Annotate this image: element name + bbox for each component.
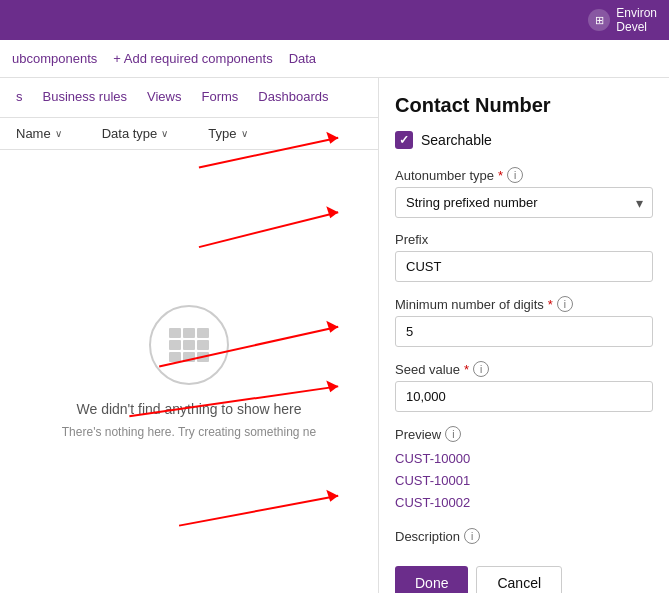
seed-field-group: Seed value * i (395, 361, 653, 412)
min-digits-info-icon[interactable]: i (557, 296, 573, 312)
autonumber-label: Autonumber type * i (395, 167, 653, 183)
searchable-label: Searchable (421, 132, 492, 148)
empty-subtitle: There's nothing here. Try creating somet… (62, 425, 316, 439)
main-layout: s Business rules Views Forms Dashboards … (0, 78, 669, 593)
done-button[interactable]: Done (395, 566, 468, 593)
prefix-label: Prefix (395, 232, 653, 247)
tab-s[interactable]: s (16, 89, 23, 106)
cancel-button[interactable]: Cancel (476, 566, 562, 593)
autonumber-info-icon[interactable]: i (507, 167, 523, 183)
tab-forms[interactable]: Forms (202, 89, 239, 106)
prefix-field-group: Prefix (395, 232, 653, 282)
autonumber-required-marker: * (498, 168, 503, 183)
seed-label: Seed value * i (395, 361, 653, 377)
table-header: Name ∨ Data type ∨ Type ∨ (0, 118, 378, 150)
nav-tabs: s Business rules Views Forms Dashboards (0, 78, 378, 118)
min-digits-required-marker: * (548, 297, 553, 312)
right-panel: Contact Number Searchable Autonumber typ… (379, 78, 669, 593)
table-placeholder-icon (149, 305, 229, 385)
autonumber-field-group: Autonumber type * i String prefixed numb… (395, 167, 653, 218)
tab-business-rules[interactable]: Business rules (43, 89, 128, 106)
action-buttons: Done Cancel (395, 558, 653, 593)
preview-label: Preview i (395, 426, 653, 442)
top-bar: ⊞ Environ Devel (0, 0, 669, 40)
preview-item-0: CUST-10000 (395, 448, 653, 470)
chevron-down-icon: ∨ (161, 128, 168, 139)
panel-title: Contact Number (395, 94, 653, 117)
empty-state: We didn't find anything to show here The… (0, 150, 378, 593)
add-required-components-button[interactable]: + Add required components (113, 51, 272, 66)
searchable-row: Searchable (395, 131, 653, 149)
description-label: Description i (395, 528, 653, 544)
preview-info-icon[interactable]: i (445, 426, 461, 442)
empty-title: We didn't find anything to show here (77, 401, 302, 417)
prefix-input[interactable] (395, 251, 653, 282)
min-digits-input[interactable] (395, 316, 653, 347)
env-icon: ⊞ (588, 9, 610, 31)
left-panel: s Business rules Views Forms Dashboards … (0, 78, 379, 593)
seed-input[interactable] (395, 381, 653, 412)
preview-item-2: CUST-10002 (395, 492, 653, 514)
data-item[interactable]: Data (289, 51, 316, 66)
autonumber-select[interactable]: String prefixed number Date prefixed num… (395, 187, 653, 218)
autonumber-select-wrapper: String prefixed number Date prefixed num… (395, 187, 653, 218)
tab-views[interactable]: Views (147, 89, 181, 106)
seed-info-icon[interactable]: i (473, 361, 489, 377)
env-label: Environ (616, 6, 657, 20)
chevron-down-icon: ∨ (55, 128, 62, 139)
tab-dashboards[interactable]: Dashboards (258, 89, 328, 106)
searchable-checkbox[interactable] (395, 131, 413, 149)
col-data-type[interactable]: Data type ∨ (102, 126, 169, 141)
env-text: Environ Devel (616, 6, 657, 34)
min-digits-label: Minimum number of digits * i (395, 296, 653, 312)
chevron-down-icon: ∨ (241, 128, 248, 139)
seed-required-marker: * (464, 362, 469, 377)
col-type[interactable]: Type ∨ (208, 126, 247, 141)
subcomponents-item[interactable]: ubcomponents (12, 51, 97, 66)
min-digits-field-group: Minimum number of digits * i (395, 296, 653, 347)
preview-section: Preview i CUST-10000 CUST-10001 CUST-100… (395, 426, 653, 514)
env-sublabel: Devel (616, 20, 657, 34)
env-badge: ⊞ Environ Devel (588, 6, 657, 34)
description-info-icon[interactable]: i (464, 528, 480, 544)
col-name[interactable]: Name ∨ (16, 126, 62, 141)
preview-item-1: CUST-10001 (395, 470, 653, 492)
sub-toolbar: ubcomponents + Add required components D… (0, 40, 669, 78)
